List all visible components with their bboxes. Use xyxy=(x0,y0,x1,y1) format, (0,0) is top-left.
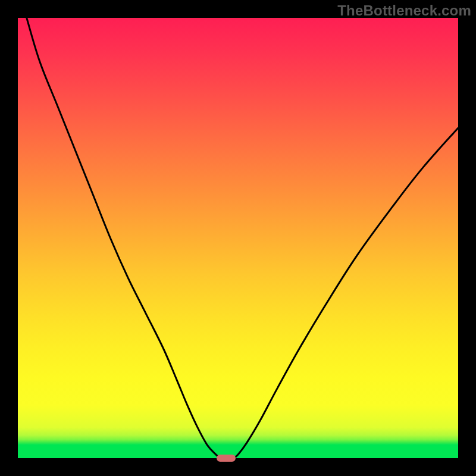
minimum-marker xyxy=(217,455,236,462)
curve-left-curve xyxy=(27,18,221,458)
curve-right-curve xyxy=(234,128,458,458)
plot-area xyxy=(18,18,458,458)
watermark-text: TheBottleneck.com xyxy=(337,2,471,19)
chart-frame: TheBottleneck.com xyxy=(0,0,476,476)
curve-layer xyxy=(18,18,458,458)
